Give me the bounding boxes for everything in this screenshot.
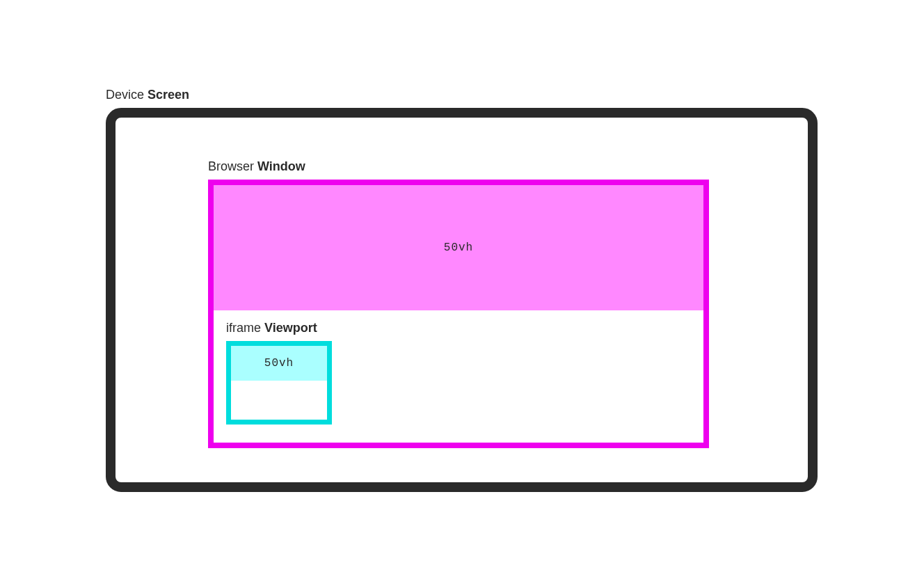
- device-screen: Browser Window 50vh iframe Viewport 50vh: [106, 108, 818, 492]
- iframe-viewport-section: iframe Viewport 50vh: [226, 321, 332, 425]
- iframe-label-prefix: iframe: [226, 321, 264, 335]
- iframe-label-bold: Viewport: [264, 321, 317, 335]
- browser-window-section: Browser Window 50vh iframe Viewport 50vh: [208, 159, 709, 448]
- screen-label-prefix: Device: [106, 88, 148, 102]
- screen-label-bold: Screen: [148, 88, 189, 102]
- viewport-units-diagram: Device Screen Browser Window 50vh iframe…: [106, 88, 818, 492]
- window-label-prefix: Browser: [208, 159, 257, 173]
- iframe-50vh-region: 50vh: [231, 346, 327, 381]
- window-label-bold: Window: [257, 159, 305, 173]
- browser-window: 50vh iframe Viewport 50vh: [208, 180, 709, 448]
- browser-window-50vh-region: 50vh: [214, 185, 703, 310]
- browser-window-label: Browser Window: [208, 159, 709, 174]
- iframe-vh-label: 50vh: [264, 357, 294, 370]
- device-screen-label: Device Screen: [106, 88, 818, 102]
- iframe-viewport: 50vh: [226, 341, 332, 425]
- iframe-viewport-label: iframe Viewport: [226, 321, 332, 335]
- window-vh-label: 50vh: [444, 241, 473, 254]
